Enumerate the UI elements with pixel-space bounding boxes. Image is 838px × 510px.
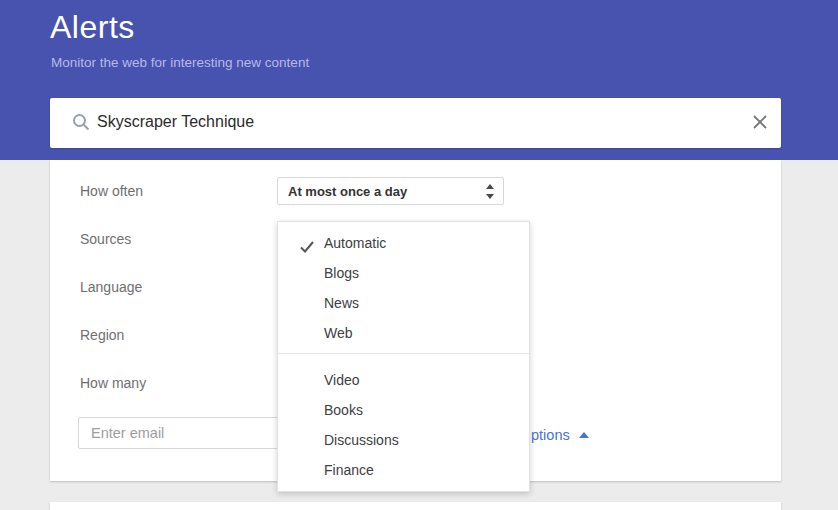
menu-item-video[interactable]: Video xyxy=(278,365,529,395)
menu-item-books[interactable]: Books xyxy=(278,395,529,425)
how-often-select[interactable]: At most once a day xyxy=(277,177,504,205)
menu-item-label: Video xyxy=(324,372,360,388)
check-icon xyxy=(299,235,315,251)
options-link-label: ptions xyxy=(531,427,570,443)
label-how-many: How many xyxy=(80,375,146,391)
label-region: Region xyxy=(80,327,124,343)
menu-item-label: Finance xyxy=(324,462,374,478)
close-icon xyxy=(751,119,769,134)
alerts-page: Alerts Monitor the web for interesting n… xyxy=(0,0,838,510)
menu-item-discussions[interactable]: Discussions xyxy=(278,425,529,455)
menu-divider xyxy=(278,353,529,354)
label-language: Language xyxy=(80,279,142,295)
menu-item-automatic[interactable]: Automatic xyxy=(278,228,529,258)
menu-item-label: Blogs xyxy=(324,265,359,281)
how-often-selected-value: At most once a day xyxy=(288,184,407,199)
page-subtitle: Monitor the web for interesting new cont… xyxy=(51,55,309,70)
chevron-up-icon xyxy=(579,432,589,438)
search-input[interactable] xyxy=(97,99,727,145)
menu-item-label: Automatic xyxy=(324,235,386,251)
menu-item-label: Web xyxy=(324,325,353,341)
options-toggle-link[interactable]: ptions xyxy=(531,427,589,443)
menu-item-label: News xyxy=(324,295,359,311)
menu-item-news[interactable]: News xyxy=(278,288,529,318)
my-alerts-card xyxy=(50,502,781,510)
search-bar xyxy=(50,98,781,148)
search-icon xyxy=(71,112,91,132)
menu-item-label: Discussions xyxy=(324,432,399,448)
sources-dropdown-menu: Automatic Blogs News Web Video Books Dis… xyxy=(277,221,530,492)
label-how-often: How often xyxy=(80,183,143,199)
menu-item-blogs[interactable]: Blogs xyxy=(278,258,529,288)
menu-item-finance[interactable]: Finance xyxy=(278,455,529,485)
clear-search-button[interactable] xyxy=(749,112,771,134)
select-spinner-icon xyxy=(485,184,495,199)
label-sources: Sources xyxy=(80,231,131,247)
page-title: Alerts xyxy=(50,9,135,46)
menu-item-web[interactable]: Web xyxy=(278,318,529,348)
menu-item-label: Books xyxy=(324,402,363,418)
